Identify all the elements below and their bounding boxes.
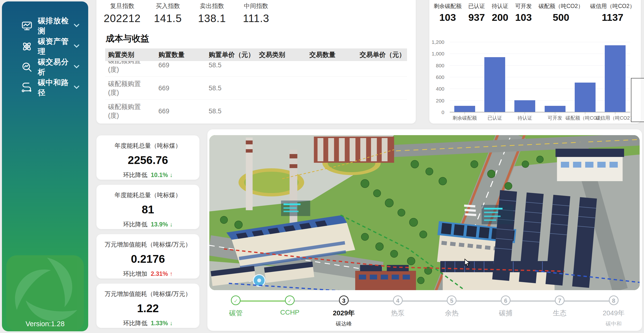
index-sell: 卖出指数 138.1: [195, 2, 229, 24]
step-number: 4: [393, 296, 403, 305]
stat-remaining-quota: 剩余碳配额 103: [434, 2, 462, 23]
cost-table-header: 购置类别 购置数量 购置单价（元） 交易类别 交易数量 交易单价（元）: [105, 48, 407, 61]
chevron-down-icon: [74, 44, 80, 49]
chart-bar[interactable]: [605, 45, 626, 112]
step-number: 5: [447, 296, 456, 305]
x-axis-tick-label: 待认证: [518, 115, 532, 121]
stat-quota-co2: 碳配额（吨CO2） 500: [538, 2, 584, 23]
x-axis-tick-label: 可开发: [548, 115, 562, 121]
y-axis-tick-label: 1,200: [432, 39, 444, 45]
sidebar-item-neutral-path[interactable]: 碳中和路径: [2, 77, 88, 98]
x-axis-tick-label: 剩余碳配额: [452, 115, 477, 121]
roadmap-step-2[interactable]: CCHP: [263, 296, 317, 328]
cost-revenue-card: 复旦指数 202212 买入指数 141.5 卖出指数 138.1 中间指数 1…: [96, 0, 416, 123]
step-check-icon: [285, 296, 294, 305]
arrow-down-icon: ↓: [170, 171, 173, 178]
x-axis-tick-label: 已认证: [488, 115, 502, 121]
sidebar: 碳排放检测 碳资产管理 碳交易分析 碳中: [2, 1, 88, 331]
table-row: 碳配额购置 (度) 669 58.5: [105, 77, 407, 100]
roadmap-step-7[interactable]: 7 生态: [533, 296, 587, 328]
roadmap-step-3[interactable]: 3 2029年 碳达峰: [317, 296, 371, 328]
roadmap-step-4[interactable]: 4 热泵: [371, 296, 425, 328]
sidebar-item-asset-management[interactable]: 碳资产管理: [2, 36, 88, 57]
energy-card-annual-total-2: 年度能耗总量（吨标煤） 81 环比降低13.9% ↓: [96, 185, 200, 229]
carbon-asset-card: 剩余碳配额 103 已认证 937 待认证 200 可开发 103 碳配额（吨C…: [429, 0, 641, 123]
chart-y-axis: 02004006008001,0001,200: [429, 42, 447, 112]
chart-tooltip-frame: [631, 78, 644, 122]
route-icon: [21, 82, 32, 93]
index-fudan: 复旦指数 202212: [104, 2, 141, 24]
chart-bar[interactable]: [454, 106, 475, 112]
chart-gridline: [450, 42, 630, 42]
stat-developable: 可开发 103: [515, 2, 532, 23]
index-row: 复旦指数 202212 买入指数 141.5 卖出指数 138.1 中间指数 1…: [96, 0, 416, 24]
table-row: 碳配额购置 (度) 669 58.5: [105, 100, 407, 122]
chart-gridline: [450, 65, 630, 66]
step-number: 7: [555, 296, 564, 305]
arrow-down-icon: ↓: [170, 221, 173, 228]
campus-3d-card: 碳管 CCHP 3 2029年 碳达峰 4 热泵 5 余热: [208, 129, 642, 331]
stat-certified: 已认证 937: [468, 2, 485, 23]
roadmap-step-1[interactable]: 碳管: [209, 296, 263, 328]
x-axis-tick-label: 碳信用（吨CO2）: [596, 115, 634, 121]
roadmap-step-6[interactable]: 6 碳捕: [479, 296, 533, 328]
atom-icon: [21, 41, 32, 52]
carbon-dashboard: 碳排放检测 碳资产管理 碳交易分析 碳中: [0, 0, 644, 333]
x-axis-tick: [615, 112, 615, 114]
energy-card-annual-total-1: 年度能耗总量（吨标煤） 2256.76 环比降低10.1% ↓: [96, 135, 200, 180]
chart-bar[interactable]: [484, 57, 505, 112]
chevron-down-icon: [74, 23, 80, 28]
chart-gridline: [450, 77, 630, 77]
chevron-down-icon: [74, 85, 80, 90]
sidebar-item-label: 碳资产管理: [38, 36, 74, 57]
roadmap-step-8[interactable]: 8 2049年 碳中和: [586, 296, 640, 328]
x-axis-tick: [555, 112, 555, 114]
index-buy: 买入指数 141.5: [151, 2, 185, 24]
chart-bar[interactable]: [514, 100, 535, 112]
sidebar-item-label: 碳排放检测: [38, 16, 74, 36]
arrow-down-icon: ↓: [170, 320, 173, 327]
x-axis-tick: [525, 112, 525, 114]
cost-table-body[interactable]: 碳配额购置 (度) 669 58.5 碳配额购置 (度) 669 58.5: [105, 61, 407, 122]
sidebar-item-label: 碳交易分析: [38, 57, 74, 77]
stat-credit-co2: 碳信用（吨CO2） 1137: [590, 2, 635, 23]
city-3d-view[interactable]: [209, 135, 640, 290]
sidebar-nav: 碳排放检测 碳资产管理 碳交易分析 碳中: [2, 15, 88, 98]
monitor-chart-icon: [21, 20, 32, 31]
sidebar-item-emission-monitor[interactable]: 碳排放检测: [2, 15, 88, 36]
sidebar-item-trade-analysis[interactable]: 碳交易分析: [2, 57, 88, 77]
chart-gridline: [450, 112, 630, 112]
roadmap-step-5[interactable]: 5 余热: [425, 296, 479, 328]
energy-card-per-10k-2: 万元增加值能耗（吨标煤/万元） 1.22 环比降低1.33% ↓: [96, 284, 200, 328]
energy-card-per-10k-1: 万元增加值能耗（吨标煤/万元） 0.2176 环比增加2.31% ↑: [96, 234, 200, 279]
cost-revenue-title: 成本与收益: [106, 33, 416, 44]
table-row: 碳配额购置 (度) 669 58.5: [105, 61, 407, 77]
cost-table: 购置类别 购置数量 购置单价（元） 交易类别 交易数量 交易单价（元） 碳配额购…: [105, 48, 407, 122]
chart-gridline: [450, 89, 630, 89]
y-axis-tick-label: 600: [436, 74, 444, 80]
version-label: Version:1.28: [6, 320, 84, 328]
y-axis-tick-label: 0: [442, 109, 444, 115]
arrow-up-icon: ↑: [170, 270, 173, 277]
chevron-down-icon: [74, 65, 80, 69]
asset-stats-row: 剩余碳配额 103 已认证 937 待认证 200 可开发 103 碳配额（吨C…: [429, 0, 641, 23]
mouse-cursor-icon: [464, 259, 472, 268]
step-number: 6: [501, 296, 510, 305]
stat-pending: 待认证 200: [492, 2, 508, 23]
carbon-roadmap-stepper: 碳管 CCHP 3 2029年 碳达峰 4 热泵 5 余热: [209, 296, 640, 328]
chart-bar[interactable]: [575, 83, 596, 112]
y-axis-tick-label: 400: [436, 86, 444, 92]
step-number: 3: [339, 296, 349, 305]
x-axis-tick: [495, 112, 495, 114]
chart-gridline: [450, 100, 630, 101]
y-axis-tick-label: 1,000: [432, 51, 444, 57]
y-axis-tick-label: 200: [436, 98, 444, 104]
step-check-icon: [231, 296, 240, 305]
asset-bar-chart[interactable]: [450, 42, 630, 112]
sidebar-item-label: 碳中和路径: [38, 77, 74, 98]
chart-bar[interactable]: [545, 106, 566, 112]
chart-gridline: [450, 53, 630, 54]
index-mid: 中间指数 111.3: [239, 2, 273, 24]
search-trend-icon: [21, 61, 32, 73]
step-number: 8: [609, 296, 618, 305]
